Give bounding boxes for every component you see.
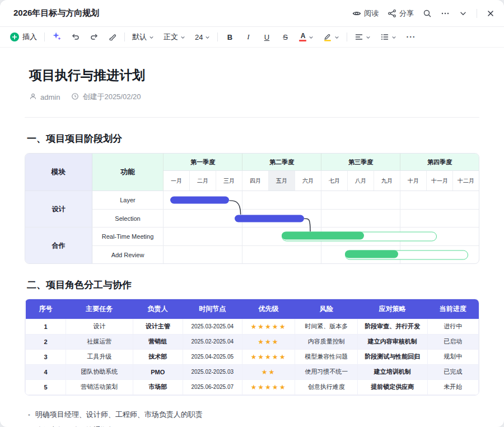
section2-heading: 二、项目角色分工与协作 — [27, 279, 479, 291]
redo-button[interactable] — [87, 31, 101, 43]
gantt-bar-fill — [345, 250, 398, 258]
toolbar-divider — [44, 33, 45, 41]
ai-assistant-button[interactable] — [50, 30, 64, 45]
gantt-bar-track[interactable] — [345, 250, 469, 259]
format-painter-button[interactable] — [106, 31, 119, 43]
plus-icon — [10, 33, 19, 41]
gantt-timeline — [164, 246, 479, 263]
gantt-row: Selection — [92, 209, 479, 227]
toolbar-divider — [347, 33, 347, 41]
paragraph-style-dropdown[interactable]: 正文 — [161, 30, 188, 44]
gantt-module-cell: 合作 — [25, 228, 92, 263]
gantt-bar-track[interactable] — [282, 232, 437, 242]
underline-button[interactable]: U — [260, 31, 273, 43]
roles-cell: 设计主管 — [133, 319, 183, 334]
gantt-timeline — [164, 210, 479, 227]
close-button[interactable] — [486, 9, 495, 18]
roles-cell: 社媒运营 — [66, 334, 133, 349]
roles-cell: 团队协助系统 — [66, 364, 133, 379]
author-item: admin — [29, 92, 60, 102]
toolbar: 插入 默认 正文 24 B I U S — [0, 27, 504, 48]
app-window: 2026年目标与方向规划 阅读 分享 — [0, 0, 504, 427]
list-item: •明确项目经理、设计师、工程师、市场负责人的职责 — [28, 407, 479, 423]
font-size-value: 24 — [195, 33, 203, 41]
chevron-down-icon — [334, 33, 339, 41]
gantt-month-cell: 六月 — [295, 171, 321, 191]
gantt-table: 模块 功能 第一季度第二季度第三季度第四季度 一月二月三月四月五月六月七月八月九… — [25, 153, 479, 264]
bold-button[interactable]: B — [223, 31, 236, 43]
gantt-quarter-row: 第一季度第二季度第三季度第四季度 — [164, 154, 479, 170]
gantt-group: 设计LayerSelection — [25, 191, 479, 227]
gantt-month-cell: 九月 — [374, 171, 400, 191]
table-row: 2社媒运营营销组2025.02-2025.04★★★内容质量控制建立内容审核机制… — [26, 334, 479, 349]
titlebar-actions: 阅读 分享 — [352, 8, 495, 18]
roles-cell: 创意执行难度 — [295, 379, 358, 394]
roles-cell: 2025.04-2025.05 — [183, 349, 242, 364]
collapse-toolbar-button[interactable] — [459, 9, 468, 18]
read-mode-button[interactable]: 阅读 — [352, 8, 379, 18]
user-icon — [29, 92, 37, 102]
style-value: 默认 — [132, 32, 147, 42]
gantt-month-cell: 三月 — [216, 171, 242, 191]
gantt-quarter-lane — [400, 191, 479, 209]
list-dropdown[interactable] — [378, 31, 399, 43]
document-name: 2026年目标与方向规划 — [13, 8, 99, 18]
alignment-dropdown[interactable] — [352, 31, 373, 43]
gantt-bar-fill — [282, 232, 364, 240]
gantt-timeline — [164, 191, 479, 209]
search-button[interactable] — [423, 9, 432, 18]
roles-cell: ★★ — [242, 364, 295, 379]
roles-cell: 内容质量控制 — [295, 334, 358, 349]
chevron-down-icon — [391, 33, 396, 41]
roles-table: 序号主要任务负责人时间节点优先级风险应对策略当前进度 1设计设计主管2025.0… — [25, 299, 479, 396]
italic-button[interactable]: I — [241, 31, 255, 43]
gantt-module-cell: 设计 — [25, 191, 92, 227]
author-name: admin — [40, 93, 60, 101]
undo-button[interactable] — [69, 31, 82, 43]
font-size-dropdown[interactable]: 24 — [193, 31, 212, 43]
gantt-quarter-cell: 第二季度 — [242, 154, 321, 170]
gantt-month-cell: 十月 — [400, 171, 426, 191]
more-menu-button[interactable] — [441, 9, 450, 18]
roles-cell: 5 — [26, 379, 66, 394]
strikethrough-button[interactable]: S — [278, 31, 292, 43]
search-icon — [423, 9, 432, 18]
roles-table-body: 1设计设计主管2025.03-2025.04★★★★★时间紧、版本多阶段审查、并… — [26, 319, 479, 394]
roles-cell: 已完成 — [427, 364, 478, 379]
toolbar-more-button[interactable]: ··· — [404, 31, 418, 43]
roles-header-row: 序号主要任务负责人时间节点优先级风险应对策略当前进度 — [26, 299, 479, 319]
roles-cell: 使用习惯不统一 — [295, 364, 358, 379]
roles-cell: 工具升级 — [66, 349, 133, 364]
roles-cell: PMO — [133, 364, 183, 379]
gantt-quarter-lane — [164, 210, 242, 227]
underline-label: U — [262, 33, 271, 41]
insert-label: 插入 — [22, 32, 37, 42]
read-mode-label: 阅读 — [364, 8, 379, 18]
roles-cell: 市场部 — [133, 379, 183, 394]
style-dropdown[interactable]: 默认 — [130, 30, 156, 44]
bullet-text: 确保责任明确、沟通顺畅 — [35, 423, 115, 427]
gantt-bar[interactable] — [235, 215, 304, 222]
insert-button[interactable]: 插入 — [8, 30, 39, 44]
section1-heading: 一、项目项目阶段划分 — [27, 132, 479, 145]
roles-cell: 4 — [26, 364, 66, 379]
share-button[interactable]: 分享 — [388, 8, 414, 18]
gantt-row: Real-Time Meeting — [92, 228, 479, 245]
more-icon — [441, 9, 450, 18]
roles-cell: 技术部 — [133, 349, 183, 364]
roles-cell: 时间紧、版本多 — [295, 319, 358, 334]
page-title: 项目执行与推进计划 — [29, 67, 479, 84]
close-icon — [486, 9, 495, 18]
gantt-bar[interactable] — [170, 197, 230, 204]
text-color-dropdown[interactable]: A — [297, 31, 316, 43]
roles-cell: 提前锁定供应商 — [357, 379, 427, 394]
share-label: 分享 — [399, 8, 414, 18]
roles-cell: 2025.06-2025.07 — [183, 379, 242, 394]
document-canvas[interactable]: 项目执行与推进计划 admin 创建于2025/02/20 一、项目项目阶段划分… — [0, 48, 504, 427]
highlight-color-dropdown[interactable] — [321, 31, 342, 43]
roles-cell: 2 — [26, 334, 66, 349]
roles-cell: 营销组 — [133, 334, 183, 349]
gantt-task-cell: Real-Time Meeting — [92, 228, 164, 245]
chevron-down-icon — [180, 33, 185, 41]
gantt-month-cell: 五月 — [268, 171, 295, 191]
